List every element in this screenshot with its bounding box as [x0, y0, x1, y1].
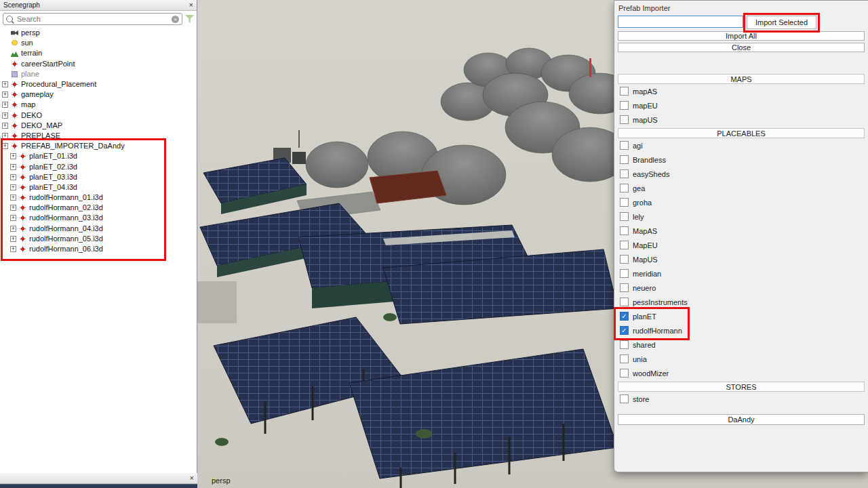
checkbox-row[interactable]: meridian [618, 266, 865, 281]
expand-icon[interactable]: + [2, 133, 8, 139]
expand-icon[interactable]: + [10, 226, 16, 232]
checkbox[interactable] [620, 255, 629, 264]
checkbox-row[interactable]: pessInstruments [618, 295, 865, 309]
expand-icon[interactable]: + [10, 236, 16, 242]
checkbox-row[interactable]: MapUS [618, 252, 865, 266]
tree-item[interactable]: +planET_03.i3d [0, 172, 197, 182]
tree-item[interactable]: +rudolfHormann_06.i3d [0, 244, 197, 254]
checkbox[interactable] [620, 115, 629, 124]
search-box: × [3, 13, 182, 25]
filter-funnel-icon[interactable] [185, 15, 194, 23]
checkbox[interactable] [620, 394, 629, 403]
tree-item[interactable]: +DEKO_MAP [0, 121, 197, 131]
transform-icon [19, 204, 26, 211]
checkbox-row[interactable]: unia [618, 352, 865, 366]
transform-icon [19, 194, 26, 201]
checkbox[interactable] [620, 184, 629, 192]
tree-item[interactable]: +rudolfHormann_02.i3d [0, 203, 197, 213]
expand-icon[interactable]: + [10, 153, 16, 159]
checkbox[interactable] [620, 141, 629, 150]
checkbox[interactable] [620, 369, 629, 378]
tree-item[interactable]: +gameplay [0, 89, 197, 100]
checkbox-row[interactable]: neuero [618, 281, 865, 295]
close-button[interactable]: Close [618, 43, 865, 52]
expand-icon[interactable]: + [2, 143, 8, 149]
tree-item[interactable]: +rudolfHormann_01.i3d [0, 192, 197, 203]
tree-item[interactable]: persp [0, 28, 197, 38]
expand-icon[interactable]: + [2, 113, 8, 119]
checkbox-row[interactable]: MapEU [618, 238, 865, 252]
checkbox[interactable] [620, 269, 629, 278]
tree-item[interactable]: +rudolfHormann_04.i3d [0, 224, 197, 234]
checkbox-row[interactable]: easySheds [618, 167, 865, 181]
close-icon[interactable]: × [189, 1, 193, 9]
expand-icon[interactable]: + [2, 123, 8, 129]
tree-item[interactable]: sun [0, 38, 197, 48]
checkbox-row[interactable]: mapUS [618, 113, 865, 127]
checkbox[interactable] [620, 101, 629, 110]
search-input[interactable] [16, 14, 169, 24]
checkbox[interactable] [620, 283, 629, 292]
section-header-stores[interactable]: STORES [618, 382, 865, 392]
tree-item[interactable]: terrain [0, 48, 197, 58]
checkbox-row[interactable]: Brandless [618, 152, 865, 167]
tree-item[interactable]: +planET_02.i3d [0, 161, 197, 171]
section-header-placeables[interactable]: PLACEABLES [618, 128, 865, 138]
tree-item[interactable]: careerStartPoint [0, 59, 197, 69]
checkbox[interactable] [620, 241, 629, 249]
checkbox-row[interactable]: ✓rudolfHormann [618, 323, 865, 338]
expand-icon[interactable]: + [10, 174, 16, 180]
close-icon[interactable]: × [190, 474, 194, 482]
tree-item[interactable]: +rudolfHormann_05.i3d [0, 234, 197, 244]
checkbox-row[interactable]: mapEU [618, 98, 865, 113]
checkbox-label: MapEU [633, 241, 658, 249]
tree-item[interactable]: +planET_01.i3d [0, 151, 197, 161]
section-header-maps[interactable]: MAPS [618, 74, 865, 84]
import-selected-button[interactable]: Import Selected [747, 16, 816, 29]
checkbox[interactable] [620, 340, 629, 349]
checkbox[interactable] [620, 155, 629, 164]
tree-item[interactable]: +Procedural_Placement [0, 79, 197, 89]
checkbox[interactable] [620, 226, 629, 235]
expand-icon[interactable]: + [10, 195, 16, 201]
import-all-button[interactable]: Import All [618, 31, 865, 41]
checkbox-row[interactable]: shared [618, 338, 865, 352]
prefab-filter-input[interactable] [618, 16, 743, 28]
expand-icon[interactable]: + [10, 164, 16, 170]
checkbox-row[interactable]: lely [618, 209, 865, 224]
checkbox[interactable] [620, 354, 629, 363]
expand-icon[interactable]: + [2, 92, 8, 98]
tree-item[interactable]: +PREFAB_IMPORTER_DaAndy [0, 141, 197, 151]
expand-icon[interactable]: + [10, 246, 16, 252]
expand-icon[interactable]: + [10, 205, 16, 211]
tree-item[interactable]: +PREPLASE [0, 131, 197, 141]
checkbox-row[interactable]: ✓planET [618, 309, 865, 323]
clear-search-icon[interactable]: × [172, 16, 179, 23]
tree-item[interactable]: +planET_04.i3d [0, 182, 197, 192]
checkbox[interactable] [620, 298, 629, 306]
expand-icon[interactable]: + [2, 102, 8, 108]
transform-icon [19, 152, 26, 160]
expand-icon[interactable]: + [10, 215, 16, 221]
checkbox-row[interactable]: agi [618, 138, 865, 152]
checkbox[interactable]: ✓ [620, 326, 629, 335]
checkbox[interactable]: ✓ [620, 312, 629, 321]
checkbox-row[interactable]: mapAS [618, 84, 865, 98]
checkbox-row[interactable]: woodMizer [618, 366, 865, 380]
checkbox[interactable] [620, 212, 629, 221]
expand-icon[interactable]: + [2, 81, 8, 87]
tree-item[interactable]: +rudolfHormann_03.i3d [0, 213, 197, 223]
checkbox-row[interactable]: gea [618, 181, 865, 195]
checkbox-row[interactable]: store [618, 392, 865, 406]
daandy-button[interactable]: DaAndy [618, 414, 865, 425]
checkbox[interactable] [620, 169, 629, 178]
checkbox[interactable] [620, 198, 629, 207]
tree-item[interactable]: +map [0, 100, 197, 110]
tree-item[interactable]: +DEKO [0, 110, 197, 121]
checkbox-row[interactable]: groha [618, 195, 865, 209]
transform-icon [11, 101, 18, 108]
checkbox[interactable] [620, 87, 629, 96]
expand-icon[interactable]: + [10, 184, 16, 190]
tree-item[interactable]: plane [0, 69, 197, 79]
checkbox-row[interactable]: MapAS [618, 224, 865, 238]
